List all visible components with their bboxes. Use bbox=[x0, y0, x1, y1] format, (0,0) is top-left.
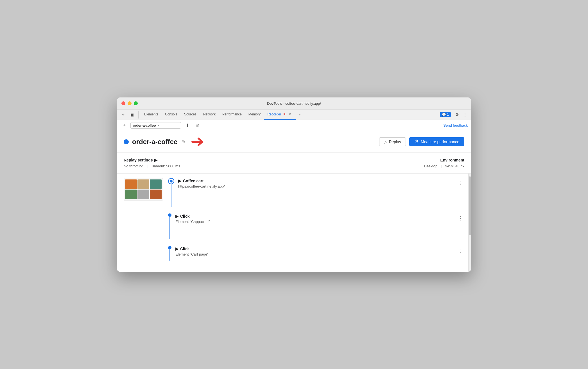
step-expand-icon-2: ▶ bbox=[175, 214, 178, 218]
environment-title: Environment bbox=[424, 158, 464, 162]
measure-icon: ⏱ bbox=[414, 139, 419, 144]
timeline-line-2 bbox=[169, 217, 170, 239]
measure-performance-btn[interactable]: ⏱ Measure performance bbox=[409, 137, 464, 146]
thumb-cell-4 bbox=[125, 190, 137, 199]
step-no-thumbnail-3 bbox=[124, 246, 166, 261]
maximize-button[interactable] bbox=[134, 101, 138, 105]
replay-btn[interactable]: ▷ Replay bbox=[379, 137, 406, 146]
step-title-2[interactable]: ▶ Click bbox=[175, 214, 457, 218]
step-item: ▶ Click Element "Cappucino" ⋮ bbox=[124, 213, 464, 239]
step-dot-3 bbox=[168, 246, 171, 249]
timeout-label: Timeout: 5000 ms bbox=[151, 164, 180, 168]
chat-badge[interactable]: 💬 1 bbox=[440, 112, 451, 117]
cursor-icon: ⌖ bbox=[122, 112, 124, 117]
step-title-3[interactable]: ▶ Click bbox=[175, 247, 457, 251]
more-vert-icon-2: ⋮ bbox=[458, 215, 463, 221]
window-controls bbox=[121, 101, 138, 105]
devtools-window: DevTools - coffee-cart.netlify.app/ ⌖ ▣ … bbox=[117, 97, 471, 272]
tab-memory[interactable]: Memory bbox=[245, 110, 264, 120]
step-more-btn-3[interactable]: ⋮ bbox=[457, 247, 464, 255]
minimize-button[interactable] bbox=[128, 101, 132, 105]
tab-console[interactable]: Console bbox=[162, 110, 181, 120]
step-detail-2: Element "Cappucino" bbox=[175, 220, 457, 224]
scrollbar-track[interactable] bbox=[468, 174, 471, 272]
step-more-btn[interactable]: ⋮ bbox=[457, 179, 464, 187]
step-content-2: ▶ Click Element "Cappucino" ⋮ bbox=[175, 213, 464, 239]
add-recording-btn[interactable]: + bbox=[120, 121, 128, 129]
tab-recorder[interactable]: Recorder ⚑ × bbox=[264, 110, 296, 120]
env-name: Desktop bbox=[424, 164, 438, 168]
export-icon: ⬇ bbox=[186, 123, 189, 128]
step-url: https://coffee-cart.netlify.app/ bbox=[178, 184, 457, 188]
tab-icon-group: ⌖ ▣ bbox=[119, 111, 139, 119]
step-name: Coffee cart bbox=[183, 179, 203, 183]
step-content: ▶ Coffee cart https://coffee-cart.netlif… bbox=[178, 178, 464, 207]
thumb-cell-1 bbox=[125, 179, 137, 189]
divider: | bbox=[147, 164, 148, 168]
replay-settings-title[interactable]: Replay settings ▶ bbox=[124, 158, 180, 162]
dropdown-arrow-icon: ▾ bbox=[158, 124, 160, 127]
record-icon: ⚑ bbox=[283, 113, 286, 116]
step-content-3: ▶ Click Element "Cart page" ⋮ bbox=[175, 246, 464, 261]
recording-status-dot bbox=[124, 139, 129, 144]
step-circle bbox=[168, 178, 174, 184]
step-row-3: ▶ Click Element "Cart page" ⋮ bbox=[175, 247, 464, 256]
send-feedback-link[interactable]: Send feedback bbox=[443, 123, 468, 127]
more-vert-icon: ⋮ bbox=[458, 180, 463, 186]
edit-recording-name-btn[interactable]: ✎ bbox=[181, 138, 187, 145]
step-expand-icon: ▶ bbox=[178, 179, 181, 183]
more-options-btn[interactable]: ⋮ bbox=[461, 111, 469, 119]
gear-icon: ⚙ bbox=[455, 112, 459, 117]
delete-btn[interactable]: 🗑 bbox=[193, 121, 201, 129]
tab-network[interactable]: Network bbox=[200, 110, 219, 120]
timeline-line bbox=[171, 184, 171, 207]
step-thumbnail bbox=[124, 178, 163, 201]
more-vert-icon-3: ⋮ bbox=[458, 248, 463, 254]
step-name-3: Click bbox=[180, 247, 189, 251]
settings-left: Replay settings ▶ No throttling | Timeou… bbox=[124, 158, 180, 168]
recorder-label: Recorder bbox=[267, 112, 281, 116]
recording-selector[interactable]: order-a-coffee ▾ bbox=[130, 122, 181, 129]
step-expand-icon-3: ▶ bbox=[175, 247, 178, 251]
step-title[interactable]: ▶ Coffee cart bbox=[178, 179, 457, 183]
close-button[interactable] bbox=[121, 101, 125, 105]
step-timeline-2 bbox=[168, 213, 171, 239]
recording-title: order-a-coffee bbox=[132, 138, 177, 146]
step-item: ▶ Coffee cart https://coffee-cart.netlif… bbox=[124, 178, 464, 207]
cursor-icon-btn[interactable]: ⌖ bbox=[119, 111, 127, 119]
step-item: ▶ Click Element "Cart page" ⋮ bbox=[124, 246, 464, 261]
tab-elements[interactable]: Elements bbox=[141, 110, 162, 120]
step-timeline-3 bbox=[168, 246, 171, 261]
more-tabs-btn[interactable]: » bbox=[297, 113, 302, 117]
measure-label: Measure performance bbox=[421, 140, 459, 144]
main-content: order-a-coffee ✎ ▷ Replay ⏱ Measure perf… bbox=[117, 131, 471, 272]
steps-container: ▶ Coffee cart https://coffee-cart.netlif… bbox=[117, 174, 471, 272]
thumb-cell-3 bbox=[150, 179, 162, 189]
replay-settings-section: Replay settings ▶ No throttling | Timeou… bbox=[117, 153, 471, 174]
tab-sources[interactable]: Sources bbox=[181, 110, 200, 120]
recorder-close-btn[interactable]: × bbox=[288, 112, 293, 117]
devtools-tab-bar: ⌖ ▣ Elements Console Sources Network Per… bbox=[117, 110, 471, 120]
delete-icon: 🗑 bbox=[195, 123, 200, 128]
settings-icon-btn[interactable]: ⚙ bbox=[453, 111, 461, 119]
step-no-thumbnail bbox=[124, 213, 166, 239]
recording-header: order-a-coffee ✎ ▷ Replay ⏱ Measure perf… bbox=[117, 131, 471, 153]
export-btn[interactable]: ⬇ bbox=[183, 121, 191, 129]
settings-details: No throttling | Timeout: 5000 ms bbox=[124, 164, 180, 168]
tab-performance[interactable]: Performance bbox=[219, 110, 245, 120]
step-row: ▶ Coffee cart https://coffee-cart.netlif… bbox=[178, 179, 464, 188]
step-dot bbox=[168, 213, 171, 217]
thumb-cell-6 bbox=[150, 190, 162, 199]
env-size: 945×546 px bbox=[445, 164, 464, 168]
pencil-icon: ✎ bbox=[182, 139, 186, 144]
scrollbar-thumb[interactable] bbox=[469, 176, 471, 235]
step-name-2: Click bbox=[180, 214, 189, 218]
step-timeline bbox=[168, 178, 174, 207]
step-detail-3: Element "Cart page" bbox=[175, 252, 457, 256]
device-icon-btn[interactable]: ▣ bbox=[128, 111, 136, 119]
timeline-line-3 bbox=[169, 249, 170, 261]
step-thumbnail-wrapper bbox=[124, 178, 166, 207]
recorder-toolbar: + order-a-coffee ▾ ⬇ 🗑 Send feedback bbox=[117, 120, 471, 131]
thumb-cell-2 bbox=[137, 179, 149, 189]
step-more-btn-2[interactable]: ⋮ bbox=[457, 214, 464, 222]
